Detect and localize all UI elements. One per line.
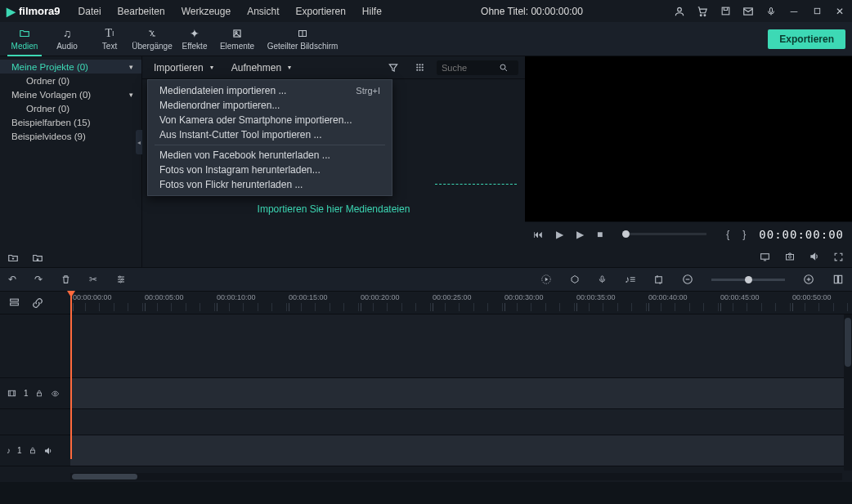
video-track-lane[interactable] <box>70 378 844 409</box>
menu-tools[interactable]: Werkzeuge <box>173 2 239 20</box>
timeline-vertical-scrollbar[interactable] <box>844 314 852 471</box>
menu-file[interactable]: Datei <box>70 2 110 20</box>
import-dropdown[interactable]: Importieren▾ <box>149 60 218 76</box>
export-button[interactable]: Exportieren <box>768 29 845 49</box>
tab-text[interactable]: TIText <box>88 22 131 56</box>
adjust-button[interactable] <box>115 274 127 284</box>
sidebar-collapse-handle[interactable]: ◂ <box>136 130 142 154</box>
zoom-slider[interactable] <box>711 279 785 281</box>
sidebar-folder-2[interactable]: Ordner (0) <box>0 101 141 115</box>
download-from-facebook[interactable]: Medien von Facebook herunterladen ... <box>148 148 392 163</box>
tab-split-screen[interactable]: Geteilter Bildschirm <box>258 22 347 56</box>
svg-rect-39 <box>834 275 837 283</box>
grid-view-icon[interactable] <box>410 59 428 77</box>
ruler-tick: 00:00:30:00 <box>504 293 544 301</box>
svg-point-47 <box>54 392 56 395</box>
save-icon[interactable] <box>720 6 731 17</box>
search-icon <box>499 63 509 73</box>
audio-track-lane[interactable] <box>70 435 844 466</box>
render-preview-button[interactable] <box>540 274 552 285</box>
window-maximize[interactable] <box>811 6 823 17</box>
window-close[interactable]: ✕ <box>834 6 845 17</box>
document-title: Ohne Titel: 00:00:00:00 <box>390 6 674 17</box>
menu-bar: ▶ filmora9 Datei Bearbeiten Werkzeuge An… <box>0 0 852 22</box>
download-from-flickr[interactable]: Fotos von Flickr herunterladen ... <box>148 177 392 192</box>
track-manager-button[interactable] <box>8 297 20 308</box>
import-drop-hint[interactable]: Importieren Sie hier Mediendateien <box>142 203 525 215</box>
delete-button[interactable] <box>61 274 71 285</box>
filter-icon[interactable] <box>384 59 402 77</box>
preview-seek-slider[interactable] <box>622 233 706 235</box>
track-lane-blank[interactable] <box>70 314 844 378</box>
playhead[interactable] <box>70 292 72 459</box>
tab-elements[interactable]: Elemente <box>216 22 258 56</box>
tab-effects[interactable]: ✦Effekte <box>173 22 216 56</box>
marker-button[interactable] <box>570 274 580 285</box>
snapshot-icon[interactable] <box>784 252 796 261</box>
zoom-out-button[interactable] <box>682 274 693 285</box>
download-from-instagram[interactable]: Fotos von Instagram herunterladen... <box>148 163 392 177</box>
svg-point-20 <box>500 65 505 69</box>
search-box[interactable] <box>437 60 518 75</box>
import-media-files[interactable]: Mediendateien importieren ...Strg+I <box>148 83 392 98</box>
crop-button[interactable] <box>653 274 664 285</box>
audio-mixer-button[interactable]: ♪≡ <box>625 274 635 285</box>
preview-pane: ⏮ ▶ ▶ ■ { } 00:00:00:00 <box>525 56 852 267</box>
sidebar-sample-colors[interactable]: Beispielfarben (15) <box>0 115 141 129</box>
volume-icon[interactable] <box>809 251 820 262</box>
tab-audio[interactable]: ♫Audio <box>46 22 88 56</box>
record-dropdown[interactable]: Aufnehmen▾ <box>226 60 296 76</box>
sidebar-folder-1[interactable]: Ordner (0) <box>0 74 141 87</box>
lock-icon[interactable] <box>35 389 43 398</box>
video-track-header[interactable]: 1 <box>0 378 70 409</box>
zoom-in-button[interactable] <box>803 274 814 285</box>
tab-media[interactable]: Medien <box>3 22 46 56</box>
eye-icon[interactable] <box>50 390 61 398</box>
menu-export[interactable]: Exportieren <box>287 2 353 20</box>
sidebar-sample-videos[interactable]: Beispielvideos (9) <box>0 129 141 143</box>
import-media-folder[interactable]: Medienordner importieren... <box>148 98 392 113</box>
speaker-icon[interactable] <box>43 446 53 456</box>
voiceover-button[interactable] <box>598 274 607 285</box>
message-icon[interactable] <box>742 6 754 17</box>
mic-icon[interactable] <box>765 6 777 17</box>
music-note-icon: ♪ <box>7 446 11 455</box>
menu-edit[interactable]: Bearbeiten <box>110 2 173 20</box>
search-input[interactable] <box>442 63 499 73</box>
timeline-ruler[interactable]: 00:00:00:00 00:00:05:00 00:00:10:00 00:0… <box>70 292 852 314</box>
svg-rect-23 <box>787 255 794 261</box>
undo-button[interactable]: ↶ <box>8 274 16 285</box>
new-folder-icon[interactable] <box>7 252 20 264</box>
tab-transitions[interactable]: Übergänge <box>131 22 173 56</box>
audio-track-header[interactable]: ♪ 1 <box>0 435 70 466</box>
prev-frame-button[interactable]: ⏮ <box>533 229 543 240</box>
track-lane-gap[interactable] <box>70 409 844 435</box>
window-minimize[interactable]: ─ <box>788 6 800 17</box>
link-button[interactable] <box>32 297 43 309</box>
fullscreen-icon[interactable] <box>833 252 844 262</box>
stop-button[interactable]: ■ <box>597 229 603 240</box>
import-from-instant-cutter[interactable]: Aus Instant-Cutter Tool importieren ... <box>148 127 392 142</box>
mark-in-icon[interactable]: { <box>726 229 729 240</box>
timeline-horizontal-scrollbar[interactable] <box>70 473 842 480</box>
delete-folder-icon[interactable] <box>31 252 44 264</box>
import-from-camera[interactable]: Von Kamera oder Smartphone importieren..… <box>148 113 392 127</box>
svg-point-14 <box>416 66 418 68</box>
sidebar-my-projects[interactable]: Meine Projekte (0)▾ <box>0 60 141 74</box>
menu-view[interactable]: Ansicht <box>239 2 287 20</box>
mark-out-icon[interactable]: } <box>742 229 746 240</box>
cart-icon[interactable] <box>697 6 708 17</box>
split-button[interactable]: ✂ <box>89 274 97 285</box>
redo-button[interactable]: ↷ <box>34 274 43 285</box>
lock-icon[interactable] <box>29 446 37 455</box>
play-button[interactable]: ▶ <box>576 229 584 240</box>
sidebar-my-templates[interactable]: Meine Vorlagen (0)▾ <box>0 87 141 101</box>
svg-point-16 <box>421 66 423 68</box>
account-icon[interactable] <box>674 6 685 17</box>
project-sidebar: Meine Projekte (0)▾ Ordner (0) Meine Vor… <box>0 56 142 267</box>
play-backward-button[interactable]: ▶ <box>556 229 563 240</box>
menu-help[interactable]: Hilfe <box>354 2 390 20</box>
zoom-fit-button[interactable] <box>832 274 844 285</box>
quality-icon[interactable] <box>759 252 771 262</box>
track-header-blank <box>0 314 70 378</box>
